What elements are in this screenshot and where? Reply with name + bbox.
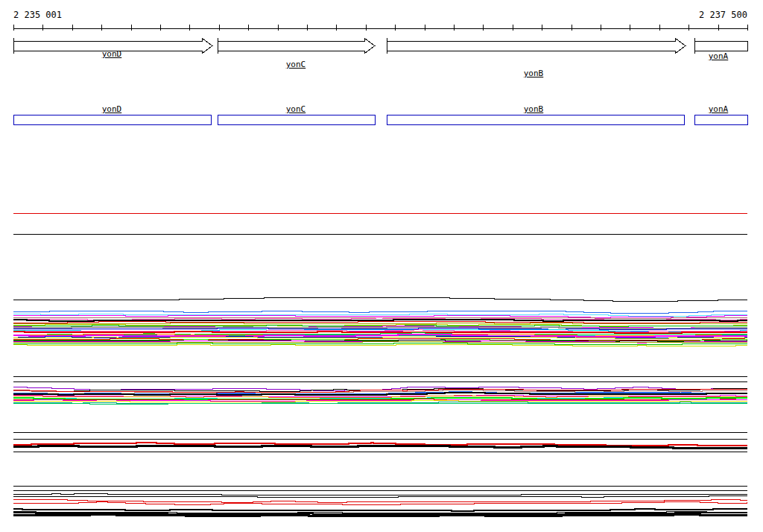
gene-box-label-yonA[interactable]: yonA bbox=[709, 105, 729, 114]
track-4-series-1 bbox=[13, 495, 747, 497]
track-1-series-1 bbox=[13, 311, 747, 313]
ruler-end-coordinate: 2 237 500 bbox=[699, 10, 747, 20]
gene-box-yonA[interactable] bbox=[694, 115, 747, 124]
gene-arrow-yonC[interactable] bbox=[218, 38, 375, 54]
gene-box-label-yonD[interactable]: yonD bbox=[102, 105, 122, 114]
genome-plot-canvas bbox=[0, 0, 763, 532]
gene-arrow-yonB[interactable] bbox=[387, 38, 686, 54]
track-4-series-3 bbox=[13, 501, 747, 504]
track-1-series-0 bbox=[13, 297, 747, 301]
gene-arrow-label-yonA[interactable]: yonA bbox=[709, 52, 729, 61]
gene-box-yonB[interactable] bbox=[387, 115, 684, 124]
track-4-series-4 bbox=[13, 509, 747, 511]
track-4-series-2 bbox=[13, 499, 747, 502]
genome-browser-view: 2 235 001 2 237 500 yonD yonC yonB yonA … bbox=[0, 0, 763, 532]
gene-box-yonD[interactable] bbox=[13, 115, 211, 124]
gene-arrow-label-yonD[interactable]: yonD bbox=[102, 50, 122, 59]
ruler-start-coordinate: 2 235 001 bbox=[13, 10, 62, 20]
track-1-series-7 bbox=[13, 321, 747, 323]
gene-box-yonC[interactable] bbox=[218, 115, 375, 124]
gene-arrow-label-yonC[interactable]: yonC bbox=[286, 60, 306, 69]
track-4-series-0 bbox=[13, 493, 747, 495]
track-4-series-5 bbox=[13, 511, 747, 513]
gene-arrow-yonA[interactable] bbox=[694, 41, 747, 51]
gene-box-label-yonC[interactable]: yonC bbox=[286, 105, 306, 114]
gene-arrow-label-yonB[interactable]: yonB bbox=[524, 69, 544, 78]
gene-box-label-yonB[interactable]: yonB bbox=[524, 105, 544, 114]
